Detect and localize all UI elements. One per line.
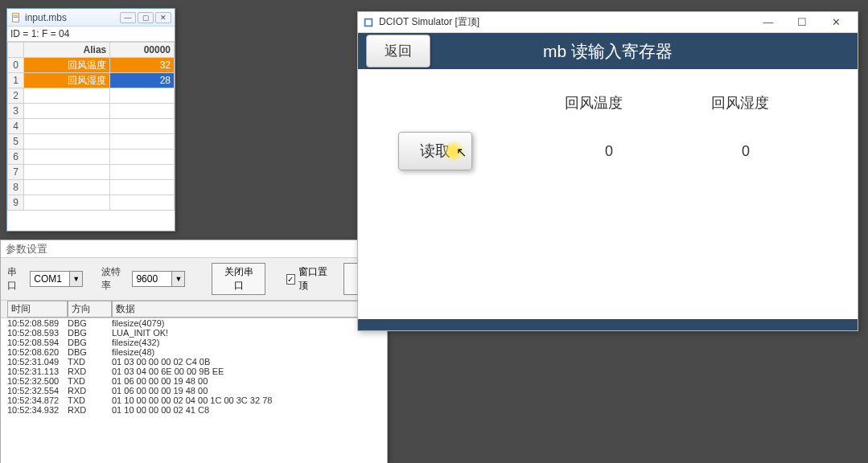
- cell-value[interactable]: [110, 165, 175, 180]
- port-value[interactable]: [31, 272, 69, 286]
- row-index: 3: [8, 104, 24, 119]
- svg-rect-2: [14, 17, 19, 18]
- log-row[interactable]: 10:52:08.589DBGfilesize(4079): [7, 318, 381, 328]
- value-humidity: 0: [742, 143, 750, 160]
- cell-value[interactable]: 28: [110, 73, 175, 88]
- chevron-down-icon[interactable]: ▼: [69, 272, 82, 286]
- log-dir: DBG: [68, 328, 112, 338]
- cell-value[interactable]: [110, 195, 175, 211]
- mbs-titlebar[interactable]: input.mbs — ▢ ✕: [7, 9, 175, 27]
- log-row[interactable]: 10:52:32.500TXD01 06 00 00 00 19 48 00: [7, 376, 381, 386]
- cell-value[interactable]: [110, 134, 175, 150]
- param-toolbar: 串口 ▼ 波特率 ▼ 关闭串口 ✓ 窗口置顶 截屏: [1, 258, 387, 300]
- log-data: LUA_INIT OK!: [112, 328, 381, 338]
- topmost-label: 窗口置顶: [298, 265, 331, 293]
- log-row[interactable]: 10:52:31.049TXD01 03 00 00 00 02 C4 0B: [7, 357, 381, 367]
- mbs-col-alias[interactable]: Alias: [24, 43, 110, 58]
- log-row[interactable]: 10:52:32.554RXD01 06 00 00 00 19 48 00: [7, 386, 381, 395]
- log-time: 10:52:32.554: [7, 386, 68, 395]
- label-humidity: 回风湿度: [711, 93, 769, 113]
- log-row[interactable]: 10:52:08.620DBGfilesize(48): [7, 347, 381, 357]
- param-title-text: 参数设置: [6, 242, 47, 256]
- read-button[interactable]: 读取 ↖: [398, 132, 472, 170]
- log-dir: TXD: [68, 357, 112, 367]
- log-data: 01 06 00 00 00 19 48 00: [112, 376, 381, 386]
- param-titlebar[interactable]: 参数设置 —: [1, 240, 387, 258]
- cell-alias[interactable]: 回风湿度: [24, 73, 110, 88]
- cell-value[interactable]: 32: [110, 58, 175, 73]
- cell-value[interactable]: [110, 88, 175, 104]
- port-combo[interactable]: ▼: [30, 271, 83, 287]
- sim-header: 返回 mb 读输入寄存器: [358, 33, 858, 69]
- cell-value[interactable]: [110, 104, 175, 119]
- log-dir: DBG: [68, 338, 112, 347]
- read-button-label: 读取: [420, 142, 450, 159]
- log-row[interactable]: 10:52:08.594DBGfilesize(432): [7, 338, 381, 347]
- table-row[interactable]: 0回风温度32: [8, 58, 175, 73]
- table-row[interactable]: 9: [8, 195, 175, 211]
- log-row[interactable]: 10:52:08.593DBGLUA_INIT OK!: [7, 328, 381, 338]
- cell-value[interactable]: [110, 119, 175, 134]
- back-button[interactable]: 返回: [366, 35, 430, 68]
- param-window: 参数设置 — 串口 ▼ 波特率 ▼ 关闭串口 ✓ 窗口置顶 截屏 时间 方向 数…: [0, 240, 388, 463]
- cell-alias[interactable]: [24, 195, 110, 211]
- cell-alias[interactable]: [24, 180, 110, 195]
- table-row[interactable]: 2: [8, 88, 175, 104]
- log-dir: RXD: [68, 386, 112, 395]
- log-row[interactable]: 10:52:31.113RXD01 03 04 00 6E 00 00 9B E…: [7, 367, 381, 376]
- hdr-data[interactable]: 数据: [112, 301, 381, 318]
- close-icon[interactable]: ✕: [819, 13, 853, 32]
- close-port-button[interactable]: 关闭串口: [212, 263, 265, 295]
- baud-value[interactable]: [133, 272, 171, 286]
- sim-titlebar[interactable]: DCIOT Simulator [置顶] — ☐ ✕: [358, 12, 858, 33]
- hdr-time[interactable]: 时间: [7, 301, 68, 318]
- cell-alias[interactable]: [24, 104, 110, 119]
- maximize-icon[interactable]: ☐: [785, 13, 819, 32]
- log-dir: TXD: [68, 395, 112, 405]
- topmost-checkbox[interactable]: ✓ 窗口置顶: [286, 265, 331, 293]
- log-data: filesize(4079): [112, 318, 381, 328]
- minimize-icon[interactable]: —: [751, 13, 785, 32]
- cell-alias[interactable]: [24, 150, 110, 165]
- log-row[interactable]: 10:52:34.872TXD01 10 00 00 00 02 04 00 1…: [7, 395, 381, 405]
- table-row[interactable]: 5: [8, 134, 175, 150]
- log-time: 10:52:08.594: [7, 338, 68, 347]
- cell-alias[interactable]: 回风温度: [24, 58, 110, 73]
- mbs-corner-cell: [8, 43, 24, 58]
- log-time: 10:52:31.049: [7, 357, 68, 367]
- row-index: 0: [8, 58, 24, 73]
- row-index: 6: [8, 150, 24, 165]
- mbs-col-addr[interactable]: 00000: [110, 43, 175, 58]
- table-row[interactable]: 3: [8, 104, 175, 119]
- baud-combo[interactable]: ▼: [132, 271, 185, 287]
- log-time: 10:52:08.589: [7, 318, 68, 328]
- log-data: 01 03 04 00 6E 00 00 9B EE: [112, 367, 381, 376]
- cell-value[interactable]: [110, 150, 175, 165]
- chevron-down-icon[interactable]: ▼: [171, 272, 184, 286]
- cell-alias[interactable]: [24, 134, 110, 150]
- row-index: 2: [8, 88, 24, 104]
- table-row[interactable]: 8: [8, 180, 175, 195]
- minimize-icon[interactable]: —: [120, 12, 136, 23]
- table-row[interactable]: 4: [8, 119, 175, 134]
- table-row[interactable]: 6: [8, 150, 175, 165]
- close-icon[interactable]: ✕: [155, 12, 171, 23]
- log-row[interactable]: 10:52:34.932RXD01 10 00 00 00 02 41 C8: [7, 405, 381, 415]
- table-row[interactable]: 7: [8, 165, 175, 180]
- table-row[interactable]: 1回风湿度28: [8, 73, 175, 88]
- cell-alias[interactable]: [24, 119, 110, 134]
- cell-alias[interactable]: [24, 165, 110, 180]
- log-dir: RXD: [68, 367, 112, 376]
- log-data: 01 10 00 00 00 02 41 C8: [112, 405, 381, 415]
- log-dir: RXD: [68, 405, 112, 415]
- sim-body: 回风温度 回风湿度 读取 ↖ 0 0: [358, 69, 858, 195]
- cell-alias[interactable]: [24, 88, 110, 104]
- log-time: 10:52:31.113: [7, 367, 68, 376]
- maximize-icon[interactable]: ▢: [138, 12, 154, 23]
- sim-title-text: DCIOT Simulator [置顶]: [379, 15, 751, 29]
- log-time: 10:52:08.593: [7, 328, 68, 338]
- cell-value[interactable]: [110, 180, 175, 195]
- hdr-dir[interactable]: 方向: [68, 301, 112, 318]
- log-list[interactable]: 10:52:08.589DBGfilesize(4079)10:52:08.59…: [1, 318, 387, 463]
- log-time: 10:52:34.932: [7, 405, 68, 415]
